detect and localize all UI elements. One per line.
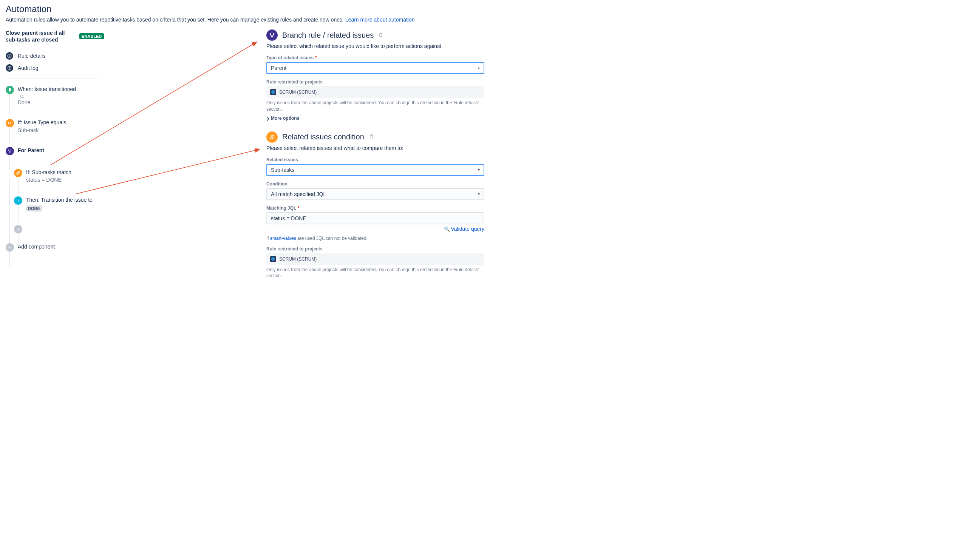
flow-title: Add component (18, 243, 134, 251)
chevron-right-icon: ❯ (267, 116, 269, 121)
search-icon: 🔍 (444, 226, 450, 232)
link-icon (267, 131, 278, 143)
smart-values-note: If smart-values are used JQL can not be … (267, 236, 484, 241)
field-label-restrict: Rule restricted to projects (267, 246, 484, 251)
flow-title: If: Issue Type equals (18, 119, 134, 127)
plus-icon (14, 225, 22, 233)
page-title: Automation (6, 4, 484, 14)
svg-point-7 (8, 150, 9, 150)
condition-icon (6, 119, 14, 127)
select-value: All match specified JQL (271, 191, 326, 197)
project-restriction: SCRUM (SCRUM) (267, 86, 484, 98)
rule-name: Close parent issue if all sub-tasks are … (6, 30, 68, 43)
divider (6, 79, 98, 79)
flow-trigger[interactable]: When: Issue transitioned TO Done (6, 86, 134, 105)
learn-more-link[interactable]: Learn more about automation (345, 17, 415, 23)
flow-meta: status = DONE (26, 177, 134, 183)
flow-branch-parent[interactable]: For Parent (6, 147, 134, 155)
delete-icon[interactable] (378, 32, 384, 38)
action-icon (14, 197, 22, 205)
flow-sublabel: TO (18, 94, 134, 99)
related-issues-panel: Related issues condition Please select r… (267, 131, 484, 280)
nav-label: Rule details (18, 53, 45, 59)
status-lozenge: DONE (26, 205, 42, 212)
branch-icon (267, 30, 278, 41)
select-value: Sub-tasks (271, 167, 294, 173)
svg-point-1 (9, 55, 10, 56)
flow-title: For Parent (18, 147, 134, 154)
nav-rule-details[interactable]: Rule details (6, 50, 134, 62)
chevron-down-icon: ▾ (478, 66, 480, 70)
project-restriction: SCRUM (SCRUM) (267, 253, 484, 265)
chevron-down-icon: ▾ (478, 192, 480, 196)
flow-condition-subtasks[interactable]: If: Sub-tasks match status = DONE (6, 169, 134, 183)
svg-point-8 (11, 150, 12, 150)
helper-text: Only issues from the above projects will… (267, 100, 484, 112)
flow-title: Then: Transition the issue to (26, 197, 134, 204)
project-name: SCRUM (SCRUM) (279, 89, 316, 95)
field-label-restrict: Rule restricted to projects (267, 79, 484, 84)
flow-action-transition[interactable]: Then: Transition the issue to DONE (6, 197, 134, 212)
flow-title: When: Issue transitioned (18, 86, 134, 93)
more-options-toggle[interactable]: ❯More options (267, 116, 484, 121)
list-icon (6, 64, 13, 72)
flow-meta: Sub-task (18, 127, 134, 133)
flow-meta: Done (18, 99, 134, 105)
project-icon (270, 256, 276, 262)
flow-add-component[interactable]: Add component (6, 243, 134, 251)
panel-description: Please select which related issue you wo… (267, 43, 484, 49)
link-icon (14, 169, 22, 177)
flow-condition-issuetype[interactable]: If: Issue Type equals Sub-task (6, 119, 134, 133)
info-icon (6, 52, 13, 60)
subtitle-text: Automation rules allow you to automate r… (6, 17, 345, 23)
svg-rect-2 (10, 56, 10, 57)
project-icon (270, 89, 276, 95)
page-subtitle: Automation rules allow you to automate r… (6, 17, 484, 23)
jql-input[interactable] (267, 212, 484, 224)
select-value: Parent (271, 65, 286, 71)
branch-rule-panel: Branch rule / related issues Please sele… (267, 30, 484, 121)
field-label-condition: Condition (267, 181, 484, 187)
flow-title: If: Sub-tasks match (26, 169, 134, 176)
branch-icon (6, 147, 14, 155)
validate-query-link[interactable]: 🔍Validate query (444, 226, 484, 232)
field-label-related: Related issues (267, 157, 484, 162)
status-badge: ENABLED (79, 33, 104, 39)
panel-title: Related issues condition (282, 132, 364, 141)
nav-audit-log[interactable]: Audit log (6, 62, 134, 74)
chevron-down-icon: ▾ (478, 168, 480, 172)
nav-label: Audit log (18, 65, 38, 71)
project-name: SCRUM (SCRUM) (279, 256, 316, 262)
smart-values-link[interactable]: smart-values (270, 236, 296, 241)
svg-point-10 (270, 33, 271, 35)
type-related-select[interactable]: Parent ▾ (267, 62, 484, 74)
helper-text: Only issues from the above projects will… (267, 267, 484, 280)
panel-description: Please select related issues and what to… (267, 145, 484, 151)
field-label-type: Type of related issues * (267, 55, 484, 60)
related-issues-select[interactable]: Sub-tasks ▾ (267, 164, 484, 176)
field-label-jql: Matching JQL * (267, 205, 484, 211)
trigger-icon (6, 86, 14, 94)
condition-select[interactable]: All match specified JQL ▾ (267, 188, 484, 200)
flow-add-nested[interactable] (6, 225, 134, 233)
delete-icon[interactable] (369, 134, 374, 140)
svg-point-11 (273, 33, 274, 35)
panel-title: Branch rule / related issues (282, 31, 374, 40)
plus-icon (6, 243, 14, 251)
